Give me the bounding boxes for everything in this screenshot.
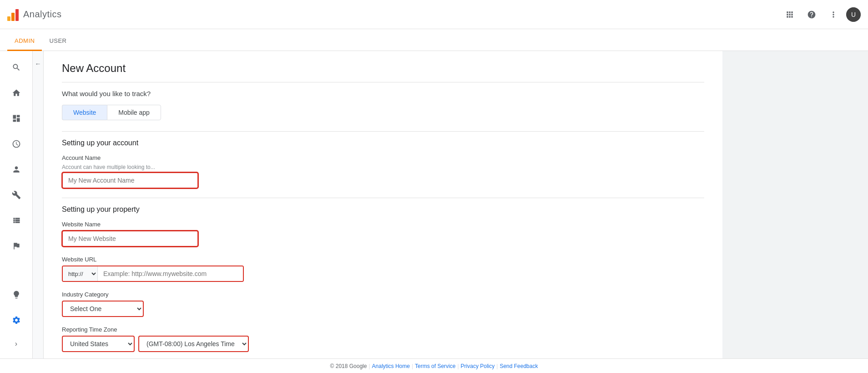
flag-icon-button[interactable] <box>5 235 27 257</box>
logo-bar-2 <box>11 13 15 21</box>
back-arrow-button[interactable]: ← <box>33 58 44 69</box>
track-mobile-button[interactable]: Mobile app <box>107 105 161 120</box>
tools-icon-button[interactable] <box>5 184 27 206</box>
timezone-select[interactable]: (GMT-08:00) Los Angeles Time (GMT-08:00)… <box>138 336 249 352</box>
page-title: New Account <box>62 62 704 75</box>
header-icons: U <box>781 5 861 24</box>
logo-area: Analytics <box>7 8 62 21</box>
industry-select[interactable]: Select One Arts & Entertainment Business… <box>62 301 144 317</box>
logo-bar-1 <box>7 16 10 21</box>
footer-privacy-link[interactable]: Privacy Policy <box>461 363 495 369</box>
top-header: Analytics U <box>0 0 868 29</box>
website-name-group: Website Name <box>62 221 704 247</box>
avatar: U <box>846 7 861 22</box>
tab-user[interactable]: USER <box>42 32 74 51</box>
divider-3 <box>62 198 704 198</box>
footer-analytics-home-link[interactable]: Analytics Home <box>372 363 410 369</box>
footer-feedback-link[interactable]: Send Feedback <box>500 363 538 369</box>
sidebar: › <box>0 51 33 358</box>
section-account-title: Setting up your account <box>62 139 704 147</box>
track-website-button[interactable]: Website <box>62 105 107 120</box>
main-layout: › ← New Account What would you like to t… <box>0 51 868 358</box>
website-name-label: Website Name <box>62 221 704 228</box>
timezone-group: Reporting Time Zone United States United… <box>62 326 704 352</box>
tab-admin[interactable]: ADMIN <box>7 32 42 51</box>
apps-icon-button[interactable] <box>781 5 799 24</box>
url-input[interactable] <box>98 266 243 281</box>
dashboard-icon-button[interactable] <box>5 107 27 129</box>
url-input-group: http:// https:// <box>62 266 244 282</box>
country-select[interactable]: United States United Kingdom Canada Aust… <box>62 336 135 352</box>
logo-bar-3 <box>15 9 19 21</box>
home-icon-button[interactable] <box>5 82 27 104</box>
industry-label: Industry Category <box>62 291 704 298</box>
content-area: New Account What would you like to track… <box>44 51 722 358</box>
logo-icon <box>7 8 19 21</box>
divider-1 <box>62 82 704 82</box>
footer-terms-link[interactable]: Terms of Service <box>415 363 455 369</box>
settings-icon-button[interactable] <box>5 309 27 331</box>
user-avatar-button[interactable]: U <box>846 7 861 22</box>
help-icon-button[interactable] <box>802 5 821 24</box>
person-icon-button[interactable] <box>5 158 27 180</box>
page-footer: © 2018 Google | Analytics Home | Terms o… <box>0 358 868 373</box>
lightbulb-icon-button[interactable] <box>5 284 27 306</box>
table-icon-button[interactable] <box>5 209 27 231</box>
right-panel <box>722 51 868 358</box>
url-protocol-select[interactable]: http:// https:// <box>63 266 98 281</box>
track-buttons: Website Mobile app <box>62 105 704 120</box>
search-icon-button[interactable] <box>5 56 27 78</box>
account-name-hint: Account can have multiple looking to... <box>62 164 704 170</box>
account-name-input[interactable] <box>62 172 198 189</box>
website-url-label: Website URL <box>62 256 704 263</box>
website-url-group: Website URL http:// https:// <box>62 256 704 282</box>
clock-icon-button[interactable] <box>5 133 27 155</box>
account-name-label: Account Name <box>62 154 704 161</box>
industry-group: Industry Category Select One Arts & Ente… <box>62 291 704 317</box>
account-name-group: Account Name Account can have multiple l… <box>62 154 704 189</box>
section-property-title: Setting up your property <box>62 205 704 214</box>
timezone-row: United States United Kingdom Canada Aust… <box>62 336 704 352</box>
sub-sidebar: ← <box>33 51 44 358</box>
app-title: Analytics <box>23 9 62 20</box>
website-name-input[interactable] <box>62 230 198 247</box>
sidebar-expand-button[interactable]: › <box>5 333 27 355</box>
track-question: What would you like to track? <box>62 90 704 97</box>
tab-bar: ADMIN USER <box>0 29 868 51</box>
footer-copyright: © 2018 Google <box>330 363 367 369</box>
divider-2 <box>62 131 704 132</box>
more-vert-icon-button[interactable] <box>824 5 843 24</box>
timezone-label: Reporting Time Zone <box>62 326 704 333</box>
